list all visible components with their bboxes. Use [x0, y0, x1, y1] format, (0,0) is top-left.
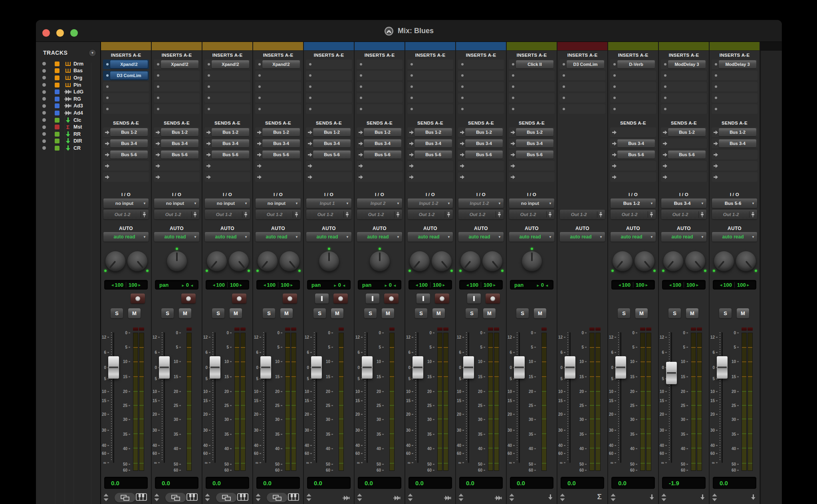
title-bar[interactable]: Mix: Blues	[36, 20, 782, 42]
solo-button[interactable]: S	[719, 308, 732, 318]
insert-plugin-button[interactable]: D3 ComLim	[567, 60, 604, 68]
insert-slot[interactable]	[661, 82, 707, 91]
send-slot[interactable]	[509, 172, 555, 182]
pan-left-arrow-icon[interactable]: ◂	[394, 283, 396, 288]
input-selector[interactable]: Input 1-2 ▼	[408, 198, 453, 208]
pan-knob-left[interactable]	[105, 251, 125, 271]
track-height-arrows[interactable]	[611, 494, 616, 503]
insert-slot[interactable]	[306, 82, 352, 91]
insert-slot[interactable]	[103, 93, 149, 103]
send-slot[interactable]	[255, 172, 301, 182]
volume-display[interactable]: 0.0	[408, 477, 452, 489]
automation-selector[interactable]: auto read ▼	[357, 232, 402, 242]
track-height-arrows[interactable]	[661, 494, 666, 503]
volume-display[interactable]: 0.0	[713, 477, 756, 489]
output-selector[interactable]: Out 1-2	[408, 210, 453, 219]
pan-display[interactable]: pan ▸0◂	[307, 280, 351, 290]
insert-slot[interactable]	[509, 104, 555, 114]
record-enable-button[interactable]	[181, 294, 196, 304]
pan-right-arrow-icon[interactable]: ▸	[443, 283, 445, 287]
insert-slot[interactable]: ModDelay 3	[712, 60, 758, 69]
insert-slot[interactable]	[559, 104, 605, 114]
track-list-item[interactable]: DIR	[36, 138, 100, 145]
mute-button[interactable]: M	[432, 308, 445, 318]
insert-slot[interactable]	[407, 71, 453, 80]
insert-slot[interactable]	[103, 104, 149, 114]
pan-knob-right[interactable]	[280, 251, 299, 271]
solo-button[interactable]: S	[516, 308, 529, 318]
input-selector[interactable]: no input ▼	[154, 198, 199, 208]
send-bus-button[interactable]: Bus 3-4	[313, 139, 351, 147]
send-bus-button[interactable]: Bus 1-2	[719, 128, 756, 136]
input-selector[interactable]: no input ▼	[103, 198, 149, 208]
insert-slot[interactable]	[458, 93, 504, 103]
insert-slot[interactable]	[509, 93, 555, 103]
insert-slot[interactable]: Click II	[509, 60, 555, 69]
pan-left-arrow-icon[interactable]: ◂	[546, 283, 548, 288]
automation-selector[interactable]: auto read ▼	[103, 232, 149, 242]
input-selector[interactable]: no input ▼	[205, 198, 250, 208]
insert-slot[interactable]	[103, 82, 149, 91]
insert-slot[interactable]	[357, 71, 403, 80]
send-bus-button[interactable]: Bus 5-6	[161, 151, 198, 159]
pan-right-arrow-icon[interactable]: ▸	[385, 283, 387, 288]
send-slot[interactable]	[661, 172, 707, 182]
send-slot[interactable]	[712, 172, 758, 182]
group-assign-button[interactable]	[115, 493, 135, 502]
send-bus-button[interactable]: Bus 3-4	[719, 139, 756, 147]
send-bus-button[interactable]: Bus 1-2	[465, 128, 503, 136]
pan-display[interactable]: pan ▸0◂	[155, 280, 198, 290]
send-slot[interactable]	[306, 161, 352, 171]
send-slot[interactable]	[712, 161, 758, 171]
pan-knob[interactable]	[522, 251, 542, 271]
fader-track[interactable]	[214, 332, 216, 463]
output-selector[interactable]: Out 1-2	[661, 210, 706, 219]
fader-track[interactable]	[671, 332, 672, 463]
insert-slot[interactable]	[559, 71, 605, 80]
insert-slot[interactable]	[559, 82, 605, 91]
tracks-menu-button[interactable]: ▼	[89, 49, 96, 57]
send-bus-button[interactable]: Bus 3-4	[262, 139, 300, 147]
send-slot[interactable]: Bus 5-6	[357, 150, 403, 159]
track-height-arrows[interactable]	[712, 494, 717, 503]
send-slot[interactable]	[712, 150, 758, 159]
track-color-band[interactable]	[456, 42, 506, 51]
track-height-arrows[interactable]	[458, 494, 464, 503]
solo-button[interactable]: S	[415, 308, 427, 318]
track-height-arrows[interactable]	[103, 494, 109, 503]
automation-selector[interactable]: auto read ▼	[611, 232, 656, 242]
send-bus-button[interactable]: Bus 1-2	[414, 128, 452, 136]
pan-knob-left[interactable]	[460, 251, 480, 271]
send-bus-button[interactable]: Bus 5-6	[668, 151, 706, 159]
insert-slot[interactable]	[357, 104, 403, 114]
send-bus-button[interactable]: Bus 1-2	[313, 128, 351, 136]
record-enable-button[interactable]	[435, 294, 449, 304]
pan-knob[interactable]	[167, 251, 187, 271]
send-slot[interactable]: Bus 3-4	[154, 139, 200, 148]
pan-knob-right[interactable]	[685, 251, 705, 271]
insert-slot[interactable]	[357, 82, 403, 91]
send-slot[interactable]: Bus 1-2	[204, 127, 250, 137]
send-slot[interactable]	[204, 172, 250, 182]
pan-knob-left[interactable]	[613, 251, 633, 271]
solo-button[interactable]: S	[466, 308, 478, 318]
pan-knob[interactable]	[370, 251, 390, 271]
send-slot[interactable]	[103, 161, 149, 171]
track-color-band[interactable]	[557, 42, 607, 51]
insert-slot[interactable]	[712, 71, 758, 80]
insert-slot[interactable]	[357, 93, 403, 103]
pan-knob[interactable]	[319, 251, 339, 271]
track-color-band[interactable]	[710, 42, 759, 51]
insert-slot[interactable]	[357, 60, 403, 69]
volume-display[interactable]: 0.0	[155, 477, 198, 489]
send-bus-button[interactable]: Bus 1-2	[516, 128, 553, 136]
volume-display[interactable]: 0.0	[510, 477, 553, 489]
track-color-band[interactable]	[405, 42, 455, 51]
pan-right-arrow-icon[interactable]: ▸	[537, 283, 539, 288]
pan-right-arrow-icon[interactable]: ▸	[494, 283, 496, 287]
track-list-item[interactable]: RG	[36, 95, 100, 103]
send-bus-button[interactable]: Bus 3-4	[161, 139, 198, 147]
insert-slot[interactable]	[661, 71, 707, 80]
track-color-band[interactable]	[101, 42, 151, 51]
volume-fader[interactable]	[514, 356, 525, 379]
